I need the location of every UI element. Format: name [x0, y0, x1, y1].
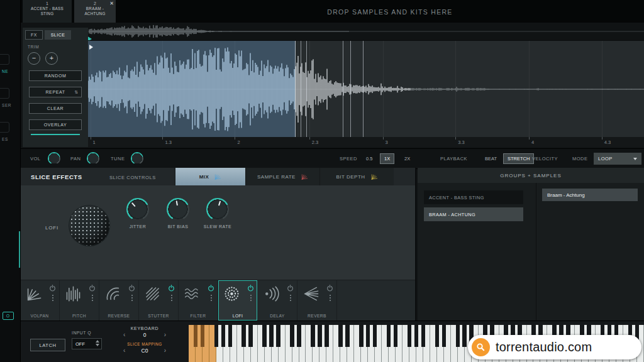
effect-delay[interactable]: DELAY — [258, 280, 297, 321]
power-icon[interactable] — [49, 285, 56, 292]
black-key[interactable] — [242, 325, 246, 347]
groups-samples-panel: GROUPS + SAMPLES ACCENT - BASS STINGBRAA… — [418, 168, 644, 321]
black-key[interactable] — [325, 325, 329, 347]
mapping-next-button[interactable]: › — [164, 348, 166, 354]
stepper-icon[interactable] — [96, 340, 99, 346]
black-key[interactable] — [262, 325, 267, 347]
power-icon[interactable] — [168, 285, 175, 292]
stepper-icon[interactable]: ⇅ — [75, 90, 79, 95]
loop-dropdown[interactable]: LOOP — [594, 153, 641, 165]
black-key[interactable] — [387, 325, 391, 347]
effect-reverse[interactable]: REVERSE — [99, 280, 139, 321]
black-key[interactable] — [338, 325, 343, 347]
bit-bias-knob[interactable] — [167, 198, 189, 221]
black-key[interactable] — [442, 325, 447, 347]
power-icon[interactable] — [128, 285, 135, 292]
black-key[interactable] — [221, 325, 226, 347]
trim-label: TRIM — [28, 45, 88, 49]
power-icon[interactable] — [208, 285, 214, 292]
lofi-sphere-knob[interactable] — [69, 206, 109, 246]
beat-button[interactable]: BEAT — [480, 153, 501, 164]
black-key[interactable] — [421, 325, 426, 347]
black-key[interactable] — [214, 325, 219, 347]
search-icon — [472, 338, 490, 356]
black-key[interactable] — [276, 325, 280, 347]
dots-icon — [290, 294, 291, 302]
clear-button[interactable]: CLEAR — [29, 103, 82, 114]
trim-plus-button[interactable]: + — [45, 52, 58, 65]
bit-bias-label: BIT BIAS — [156, 224, 200, 229]
black-key[interactable] — [201, 325, 205, 347]
black-key[interactable] — [228, 325, 233, 347]
black-key[interactable] — [359, 325, 364, 347]
tab-slice[interactable]: SLICE — [45, 30, 71, 40]
close-icon[interactable]: ✕ — [109, 1, 114, 6]
black-key[interactable] — [269, 325, 274, 347]
effect-stutter[interactable]: STUTTER — [139, 280, 179, 321]
black-key[interactable] — [311, 325, 315, 347]
black-key[interactable] — [456, 325, 460, 347]
tab-fx[interactable]: FX — [25, 30, 43, 40]
tab-sample-rate[interactable]: SAMPLE RATE — [245, 168, 319, 185]
black-key[interactable] — [373, 325, 377, 347]
slew-rate-knob[interactable] — [206, 198, 229, 221]
stretch-button[interactable]: STRETCH — [503, 153, 534, 164]
black-key[interactable] — [435, 325, 440, 347]
timeline-ruler: 11.322.333.344.3 — [88, 137, 644, 147]
black-key[interactable] — [248, 325, 253, 347]
speed-label: SPEED — [340, 156, 357, 162]
repeat-button[interactable]: REPEAT ⇅ — [29, 87, 82, 97]
speed-05-button[interactable]: 0.5 — [362, 153, 377, 164]
dots-icon — [211, 294, 212, 302]
sample-tab-1[interactable]: 1 ACCENT - BASS STING — [23, 0, 72, 23]
watermark-text: torrentaudio.com — [496, 340, 592, 354]
black-key[interactable] — [366, 325, 370, 347]
vol-knob[interactable] — [48, 152, 60, 165]
dots-icon — [171, 294, 172, 302]
ruler-label: 2.3 — [312, 140, 318, 145]
black-key[interactable] — [345, 325, 350, 347]
black-key[interactable] — [297, 325, 301, 347]
power-icon[interactable] — [247, 285, 254, 292]
waveform-overview[interactable] — [88, 23, 644, 40]
black-key[interactable] — [414, 325, 419, 347]
effect-filter[interactable]: FILTER — [179, 280, 218, 321]
keyboard-prev-button[interactable]: ‹ — [123, 332, 125, 338]
input-q-dropdown[interactable]: OFF — [72, 338, 102, 349]
speed-1x-button[interactable]: 1X — [380, 153, 394, 164]
black-key[interactable] — [290, 325, 294, 347]
effect-volpan[interactable]: VOLPAN — [20, 280, 60, 321]
black-key[interactable] — [194, 325, 198, 347]
group-item[interactable]: BRAAM - ACHTUNG — [424, 207, 523, 221]
power-icon[interactable] — [287, 285, 294, 292]
pan-knob[interactable] — [87, 152, 99, 165]
power-icon[interactable] — [326, 285, 333, 292]
black-key[interactable] — [318, 325, 322, 347]
waveform-display[interactable] — [88, 40, 644, 138]
keyboard-value: 0 — [143, 332, 147, 338]
effect-label: DELAY — [258, 314, 297, 318]
effect-reverb[interactable]: REVERB — [297, 280, 337, 321]
latch-button[interactable]: LATCH — [30, 339, 65, 351]
mapping-prev-button[interactable]: ‹ — [123, 348, 125, 354]
tune-knob[interactable] — [131, 152, 143, 165]
effect-lofi[interactable]: LOFI — [218, 280, 258, 321]
group-item[interactable]: ACCENT - BASS STING — [424, 190, 523, 204]
power-icon[interactable] — [89, 285, 96, 292]
keyboard-next-button[interactable]: › — [164, 332, 166, 338]
effect-pitch[interactable]: PITCH — [60, 280, 99, 321]
hatch-icon — [143, 285, 162, 303]
sample-item[interactable]: Braam - Achtung — [542, 189, 638, 201]
echo-icon — [262, 285, 280, 303]
black-key[interactable] — [394, 325, 398, 347]
trim-minus-button[interactable]: − — [28, 52, 40, 65]
tab-mix[interactable]: MIX — [175, 168, 245, 185]
black-key[interactable] — [408, 325, 412, 347]
black-key[interactable] — [462, 325, 467, 347]
speed-2x-button[interactable]: 2X — [400, 153, 414, 164]
overlay-button[interactable]: OVERLAY — [29, 119, 82, 130]
random-button[interactable]: RANDOM — [29, 70, 82, 81]
sample-tab-2[interactable]: ✕ 2 BRAAM - ACHTUNG — [74, 0, 116, 23]
tab-bit-depth[interactable]: BIT DEPTH — [319, 168, 394, 185]
jitter-knob[interactable] — [126, 198, 149, 221]
